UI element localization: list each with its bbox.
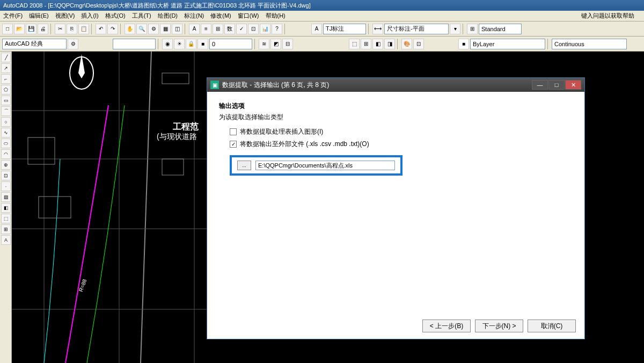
undo-icon[interactable]: ↶ (96, 24, 106, 34)
help-icon[interactable]: ? (272, 24, 282, 34)
maximize-button[interactable]: □ (548, 80, 565, 90)
layer-icon[interactable]: ☀ (174, 39, 185, 49)
tool-icon[interactable]: A (189, 24, 200, 34)
toolbar-row-1: □ 📂 💾 🖨 ✂ ⎘ 📋 ↶ ↷ ✋ 🔍 ⚙ ▦ ◫ A ≡ ⊞ 数 ✓ ⊡ … (0, 21, 644, 37)
checkbox-icon[interactable]: ✓ (230, 141, 237, 148)
table-style-input[interactable] (479, 24, 522, 34)
spline-icon[interactable]: ∿ (1, 128, 11, 137)
tool-icon[interactable]: ▦ (160, 24, 171, 34)
tool-icon[interactable]: ⊡ (248, 24, 259, 34)
layer-tool-icon[interactable]: ≋ (259, 39, 269, 49)
table-icon[interactable]: ⊞ (1, 224, 11, 234)
app-title-bar: AutoCAD 2008 - [E:\QQPCmgr\Desktop\pjs\大… (0, 0, 644, 11)
paste-icon[interactable]: 📋 (78, 24, 89, 34)
menu-edit[interactable]: 编辑(E) (29, 12, 49, 20)
ellipse-icon[interactable]: ⬭ (1, 139, 11, 148)
next-button[interactable]: 下一步(N) > (475, 320, 523, 332)
close-button[interactable]: ✕ (565, 80, 581, 90)
text-style-icon[interactable]: A (311, 24, 322, 34)
svg-rect-10 (162, 73, 189, 84)
menu-file[interactable]: 文件(F) (3, 12, 23, 20)
option-insert-drawing[interactable]: 将数据提取处理表插入图形(I) (230, 127, 573, 136)
layer-icon[interactable]: ■ (197, 39, 208, 49)
workspace-gear-icon[interactable]: ⚙ (68, 39, 78, 49)
pan-icon[interactable]: ✋ (125, 24, 135, 34)
menu-insert[interactable]: 插入(I) (81, 12, 98, 20)
tool-icon[interactable]: 数 (224, 24, 235, 34)
layer-name[interactable] (209, 39, 252, 49)
menu-tools[interactable]: 工具(T) (132, 12, 151, 20)
point-icon[interactable]: · (1, 182, 11, 191)
menu-view[interactable]: 视图(V) (55, 12, 75, 20)
output-path-input[interactable] (255, 161, 395, 170)
option-label: 将数据提取处理表插入图形(I) (240, 127, 323, 136)
workspace-select[interactable] (2, 39, 67, 49)
canvas-label: 工程范 (173, 121, 199, 133)
layer-tool-icon[interactable]: ⊟ (282, 39, 293, 49)
prop-icon[interactable]: ⊡ (413, 39, 424, 49)
block-icon[interactable]: ◨ (384, 39, 395, 49)
menu-draw[interactable]: 绘图(D) (158, 12, 178, 20)
new-icon[interactable]: □ (2, 24, 13, 34)
option-export-file[interactable]: ✓ 将数据输出至外部文件 (.xls .csv .mdb .txt)(O) (230, 140, 573, 149)
redo-icon[interactable]: ↷ (107, 24, 118, 34)
insert-icon[interactable]: ⊕ (1, 160, 11, 170)
menu-format[interactable]: 格式(O) (105, 12, 126, 20)
arc-icon[interactable]: ⌒ (1, 106, 11, 116)
color-swatch[interactable]: ■ (458, 39, 469, 49)
text-style-input[interactable] (323, 24, 366, 34)
block-icon[interactable]: ⊞ (361, 39, 371, 49)
block-icon[interactable]: ⬚ (349, 39, 360, 49)
menu-dim[interactable]: 标注(N) (184, 12, 204, 20)
color-icon[interactable]: 🎨 (401, 39, 412, 49)
region-icon[interactable]: ⬚ (1, 214, 11, 223)
pline-icon[interactable]: ⌐ (1, 74, 11, 84)
line-icon[interactable]: ╱ (1, 53, 11, 62)
layer-icon[interactable]: ◉ (162, 39, 173, 49)
layer-tool-icon[interactable]: ◩ (270, 39, 281, 49)
menu-modify[interactable]: 修改(M) (210, 12, 231, 20)
color-select[interactable] (470, 39, 545, 49)
tool-icon[interactable]: ✓ (236, 24, 247, 34)
ellipse-arc-icon[interactable]: ◠ (1, 149, 11, 159)
app-title: AutoCAD 2008 - [E:\QQPCmgr\Desktop\pjs\大… (3, 2, 311, 10)
tool-icon[interactable]: ⚙ (148, 24, 159, 34)
menu-window[interactable]: 窗口(W) (238, 12, 259, 20)
dialog-titlebar[interactable]: ▣ 数据提取 - 选择输出 (第 6 页, 共 8 页) — □ ✕ (207, 78, 584, 92)
block-icon[interactable]: ◧ (372, 39, 383, 49)
hatch-icon[interactable]: ▨ (1, 192, 11, 202)
block-make-icon[interactable]: ⊡ (1, 171, 11, 180)
cancel-button[interactable]: 取消(C) (528, 320, 576, 332)
dim-tool-icon[interactable]: ▾ (450, 24, 460, 34)
save-icon[interactable]: 💾 (26, 24, 36, 34)
rect-icon[interactable]: ▭ (1, 96, 11, 105)
ray-icon[interactable]: ↗ (1, 63, 11, 73)
tool-icon[interactable]: ⊞ (213, 24, 223, 34)
dim-style-input[interactable] (384, 24, 449, 34)
minimize-button[interactable]: — (532, 80, 548, 90)
open-icon[interactable]: 📂 (14, 24, 25, 34)
checkbox-icon[interactable] (230, 128, 237, 135)
tool-icon[interactable]: ◫ (172, 24, 182, 34)
back-button[interactable]: < 上一步(B) (422, 320, 471, 332)
print-icon[interactable]: 🖨 (38, 24, 48, 34)
linetype-select[interactable] (552, 39, 627, 49)
browse-button[interactable]: ... (237, 161, 251, 170)
copy-icon[interactable]: ⎘ (67, 24, 77, 34)
tool-icon[interactable]: 📊 (260, 24, 270, 34)
menu-help[interactable]: 帮助(H) (266, 12, 286, 20)
dim-icon[interactable]: ⟷ (372, 24, 383, 34)
layer-filter[interactable] (113, 39, 156, 49)
text-icon[interactable]: A (1, 235, 11, 245)
circle-icon[interactable]: ○ (1, 117, 11, 127)
tool-icon[interactable]: ≡ (201, 24, 211, 34)
canvas-label: (与现状道路 (157, 132, 197, 142)
cut-icon[interactable]: ✂ (55, 24, 65, 34)
polygon-icon[interactable]: ⬠ (1, 85, 11, 95)
layer-icon[interactable]: 🔒 (186, 39, 196, 49)
zoom-icon[interactable]: 🔍 (136, 24, 147, 34)
svg-rect-9 (39, 197, 71, 218)
table-style-icon[interactable]: ⊞ (467, 24, 478, 34)
gradient-icon[interactable]: ◧ (1, 203, 11, 213)
help-hint: 键入问题以获取帮助 (581, 12, 634, 20)
